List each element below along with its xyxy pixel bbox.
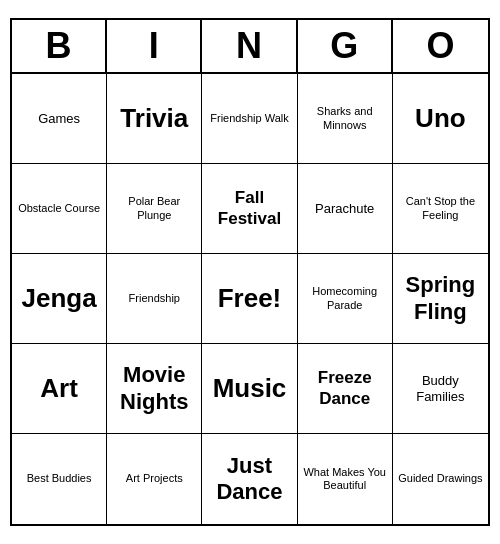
bingo-letter: I: [107, 20, 202, 72]
bingo-letter: O: [393, 20, 488, 72]
bingo-cell: What Makes You Beautiful: [298, 434, 393, 524]
bingo-cell: Just Dance: [202, 434, 297, 524]
bingo-cell: Guided Drawings: [393, 434, 488, 524]
bingo-cell: Buddy Families: [393, 344, 488, 434]
bingo-cell: Friendship: [107, 254, 202, 344]
bingo-cell: Polar Bear Plunge: [107, 164, 202, 254]
bingo-cell: Art: [12, 344, 107, 434]
bingo-cell: Best Buddies: [12, 434, 107, 524]
bingo-letter: N: [202, 20, 297, 72]
bingo-cell: Jenga: [12, 254, 107, 344]
bingo-cell: Parachute: [298, 164, 393, 254]
bingo-cell: Games: [12, 74, 107, 164]
bingo-cell: Freeze Dance: [298, 344, 393, 434]
bingo-header: BINGO: [12, 20, 488, 74]
bingo-cell: Sharks and Minnows: [298, 74, 393, 164]
bingo-cell: Free!: [202, 254, 297, 344]
bingo-card: BINGO GamesTriviaFriendship WalkSharks a…: [10, 18, 490, 526]
bingo-letter: G: [298, 20, 393, 72]
bingo-cell: Trivia: [107, 74, 202, 164]
bingo-cell: Fall Festival: [202, 164, 297, 254]
bingo-cell: Can't Stop the Feeling: [393, 164, 488, 254]
bingo-cell: Movie Nights: [107, 344, 202, 434]
bingo-cell: Homecoming Parade: [298, 254, 393, 344]
bingo-cell: Music: [202, 344, 297, 434]
bingo-cell: Friendship Walk: [202, 74, 297, 164]
bingo-letter: B: [12, 20, 107, 72]
bingo-cell: Spring Fling: [393, 254, 488, 344]
bingo-grid: GamesTriviaFriendship WalkSharks and Min…: [12, 74, 488, 524]
bingo-cell: Art Projects: [107, 434, 202, 524]
bingo-cell: Obstacle Course: [12, 164, 107, 254]
bingo-cell: Uno: [393, 74, 488, 164]
